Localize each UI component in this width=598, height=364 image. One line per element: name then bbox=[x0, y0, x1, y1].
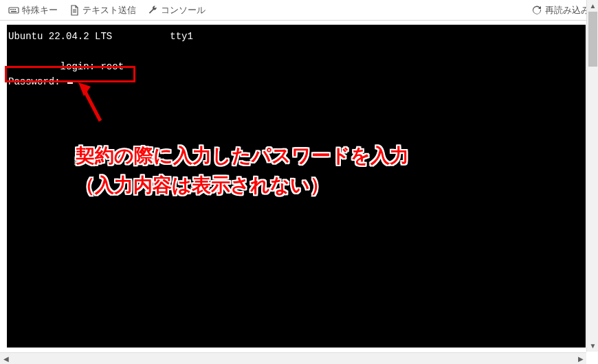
wrench-icon bbox=[147, 5, 158, 16]
terminal-blank bbox=[7, 44, 586, 59]
console-button[interactable]: コンソール bbox=[144, 3, 208, 18]
send-text-label: テキスト送信 bbox=[82, 4, 136, 16]
cursor-icon bbox=[67, 82, 73, 84]
horizontal-scroll-track[interactable] bbox=[12, 353, 575, 364]
vertical-scroll-thumb[interactable] bbox=[588, 12, 597, 67]
scroll-right-button[interactable]: ▶ bbox=[575, 353, 586, 364]
keyboard-icon bbox=[8, 5, 19, 16]
terminal-login-line: ████████ login: root bbox=[7, 59, 586, 74]
svg-rect-4 bbox=[11, 11, 16, 12]
scroll-down-button[interactable]: ▼ bbox=[587, 340, 598, 352]
vertical-scrollbar[interactable]: ▲ ▼ bbox=[586, 0, 598, 352]
svg-rect-0 bbox=[9, 8, 19, 13]
special-keys-button[interactable]: 特殊キー bbox=[5, 3, 60, 18]
scroll-left-button[interactable]: ◀ bbox=[0, 353, 12, 364]
terminal[interactable]: Ubuntu 22.04.2 LTS ████████ tty1 ███████… bbox=[7, 25, 586, 348]
svg-rect-2 bbox=[12, 9, 14, 10]
reload-button[interactable]: 再読み込み bbox=[529, 3, 593, 18]
reload-label: 再読み込み bbox=[545, 4, 590, 16]
toolbar: 特殊キー テキスト送信 コンソール 再読み込み bbox=[0, 0, 598, 21]
document-icon bbox=[69, 5, 80, 16]
svg-rect-3 bbox=[14, 9, 16, 10]
special-keys-label: 特殊キー bbox=[22, 4, 58, 16]
horizontal-scrollbar[interactable]: ◀ ▶ bbox=[0, 352, 586, 364]
terminal-banner: Ubuntu 22.04.2 LTS ████████ tty1 bbox=[7, 29, 586, 44]
login-username: root bbox=[100, 61, 124, 72]
terminal-password-line: Password: bbox=[7, 74, 586, 89]
password-prompt: Password: bbox=[8, 76, 66, 87]
reload-icon bbox=[531, 5, 542, 16]
send-text-button[interactable]: テキスト送信 bbox=[66, 3, 139, 18]
scroll-up-button[interactable]: ▲ bbox=[587, 0, 598, 12]
console-label: コンソール bbox=[161, 4, 206, 16]
svg-rect-1 bbox=[10, 9, 12, 10]
